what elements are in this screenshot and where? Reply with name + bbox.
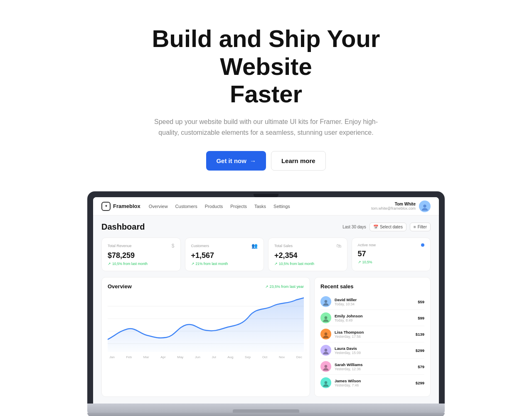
sale-name: Laura Davis	[335, 346, 412, 351]
overview-title: Overview	[108, 283, 132, 290]
recent-sales-card: Recent sales David Miller Today, 10:34 $…	[314, 277, 431, 397]
sales-list: David Miller Today, 10:34 $59 Emily John…	[320, 294, 424, 391]
sale-item: Laura Davis Yesterday, 15:09 $299	[320, 342, 424, 359]
dashboard-controls: Last 30 days 📅 Select dates ≡ Filter	[342, 223, 431, 231]
sale-name: David Miller	[335, 297, 414, 302]
nav-overview[interactable]: Overview	[149, 202, 168, 210]
learn-more-button[interactable]: Learn more	[271, 151, 326, 171]
dollar-icon: $	[172, 243, 175, 249]
bottom-row: Overview ↗ 23,5% from last year	[101, 277, 431, 397]
nav-tasks[interactable]: Tasks	[254, 202, 266, 210]
calendar-icon: 📅	[373, 225, 378, 229]
sale-info: Laura Davis Yesterday, 15:09	[335, 346, 412, 355]
filter-icon: ≡	[414, 225, 416, 229]
sale-time: Today, 8:49	[335, 318, 414, 322]
stat-change: ↗21% from last month	[191, 262, 258, 266]
svg-point-0	[423, 204, 426, 207]
chart-labels: Jan Feb Mar Apr May Jun Jul Aug Sep Oct	[108, 355, 304, 359]
avatar	[419, 201, 431, 212]
app-logo: ✦ Frameblox	[101, 202, 140, 211]
sale-item: Emily Johnson Today, 8:49 $99	[320, 310, 424, 326]
nav-links: Overview Customers Products Projects Tas…	[149, 202, 372, 210]
stat-card-active: Active now 57 ↗10,5%	[352, 238, 431, 271]
recent-sales-title: Recent sales	[320, 283, 424, 290]
stat-value: $78,259	[108, 251, 175, 260]
sale-name: Lisa Thompson	[335, 330, 412, 334]
app-ui: ✦ Frameblox Overview Customers Products …	[93, 197, 439, 404]
stat-card-customers: Customers 👥 +1,567 ↗21% from last month	[185, 238, 264, 271]
sale-time: Today, 10:34	[335, 302, 414, 306]
sale-item: Sarah Williams Yesterday, 12:36 $79	[320, 359, 424, 375]
hero-title: Build and Ship Your Website Faster	[116, 25, 416, 108]
laptop-screen-outer: ✦ Frameblox Overview Customers Products …	[87, 191, 445, 404]
logo-icon: ✦	[101, 202, 111, 211]
stat-value: +1,567	[191, 251, 258, 260]
stat-label: Total Revenue $	[108, 243, 175, 249]
hero-subtitle: Speed up your website build with our ult…	[150, 116, 382, 138]
get-it-now-button[interactable]: Get it now →	[206, 151, 266, 171]
sale-item: James Wilson Yesterday, 7:46 $299	[320, 375, 424, 391]
stat-card-sales: Total Sales 🛍 +2,354 ↗10,5% from last mo…	[268, 238, 347, 271]
nav-user: Tom White tom.white@frameblox.com	[371, 201, 431, 212]
date-range-label: Last 30 days	[342, 225, 366, 229]
sale-name: Sarah Williams	[335, 362, 414, 367]
stat-value: 57	[358, 250, 425, 258]
sale-avatar	[320, 312, 331, 323]
arrow-icon: →	[250, 157, 256, 164]
sale-info: Emily Johnson Today, 8:49	[335, 314, 414, 322]
nav-user-email: tom.white@frameblox.com	[371, 206, 416, 210]
sale-time: Yesterday, 7:46	[335, 383, 412, 387]
svg-point-8	[325, 349, 328, 352]
sale-amount: $99	[418, 316, 424, 320]
hero-section: Build and Ship Your Website Faster Speed…	[100, 0, 432, 187]
users-icon: 👥	[251, 243, 258, 249]
sale-amount: $299	[416, 381, 424, 385]
svg-point-7	[325, 333, 328, 336]
sale-avatar	[320, 296, 331, 307]
laptop-base	[87, 404, 445, 413]
sale-info: Sarah Williams Yesterday, 12:36	[335, 362, 414, 371]
filter-button[interactable]: ≡ Filter	[410, 223, 431, 231]
nav-settings[interactable]: Settings	[273, 202, 290, 210]
nav-products[interactable]: Products	[205, 202, 223, 210]
hero-buttons: Get it now → Learn more	[116, 151, 416, 171]
svg-point-6	[325, 317, 328, 319]
sale-amount: $59	[418, 300, 424, 304]
sale-avatar	[320, 361, 331, 372]
select-dates-button[interactable]: 📅 Select dates	[369, 223, 406, 231]
sale-time: Yesterday, 15:09	[335, 351, 412, 355]
overview-card: Overview ↗ 23,5% from last year	[101, 277, 310, 397]
laptop-camera-notch	[254, 194, 278, 197]
stat-label: Active now	[358, 243, 425, 247]
app-nav: ✦ Frameblox Overview Customers Products …	[93, 197, 439, 215]
sale-avatar	[320, 329, 331, 339]
stats-row: Total Revenue $ $78,259 ↗10,5% from last…	[101, 238, 431, 271]
logo-text: Frameblox	[113, 203, 140, 209]
sale-amount: $79	[418, 364, 424, 369]
bag-icon: 🛍	[336, 243, 341, 249]
overview-header: Overview ↗ 23,5% from last year	[108, 283, 304, 290]
stat-card-revenue: Total Revenue $ $78,259 ↗10,5% from last…	[101, 238, 181, 271]
sale-item: David Miller Today, 10:34 $59	[320, 294, 424, 310]
nav-customers[interactable]: Customers	[175, 202, 197, 210]
overview-chart	[108, 294, 304, 352]
svg-point-9	[325, 365, 328, 368]
stat-value: +2,354	[274, 251, 341, 260]
sale-amount: $299	[416, 348, 424, 353]
sale-info: David Miller Today, 10:34	[335, 297, 414, 306]
laptop-foot	[87, 413, 445, 416]
sale-item: Lisa Thompson Yesterday, 17:56 $139	[320, 326, 424, 342]
overview-change: ↗ 23,5% from last year	[265, 285, 304, 289]
sale-name: James Wilson	[335, 379, 412, 383]
stat-change: ↗10,5% from last month	[274, 262, 341, 266]
stat-change: ↗10,5%	[358, 260, 425, 264]
sale-info: Lisa Thompson Yesterday, 17:56	[335, 330, 412, 339]
nav-user-name: Tom White	[371, 202, 416, 206]
nav-user-info: Tom White tom.white@frameblox.com	[371, 202, 416, 210]
stat-label: Customers 👥	[191, 243, 258, 249]
sale-info: James Wilson Yesterday, 7:46	[335, 379, 412, 387]
nav-projects[interactable]: Projects	[230, 202, 247, 210]
app-main: Dashboard Last 30 days 📅 Select dates ≡ …	[93, 215, 439, 404]
stat-change: ↗10,5% from last month	[108, 262, 175, 266]
sale-amount: $139	[416, 332, 424, 337]
